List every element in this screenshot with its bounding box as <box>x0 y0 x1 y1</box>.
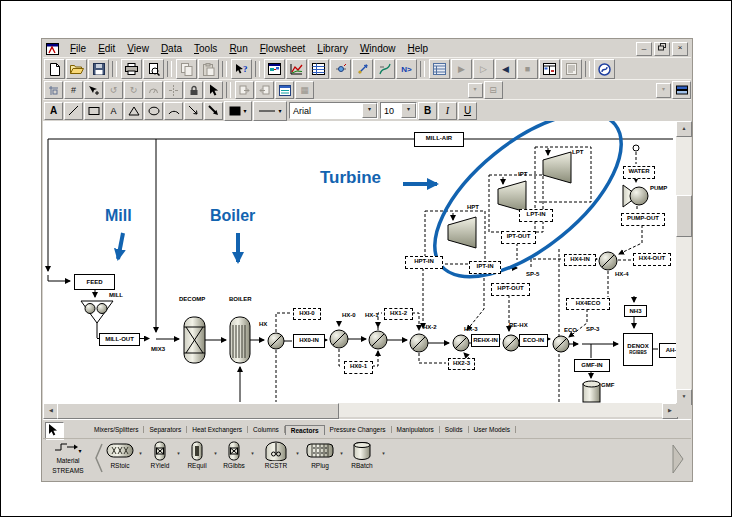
stream-label-rehx-in[interactable]: REHX-IN <box>471 334 500 347</box>
chevron-down-icon[interactable]: ▾ <box>362 103 377 118</box>
stream-label-pump-out[interactable]: PUMP-OUT <box>621 213 665 226</box>
stream-label-gmf-in[interactable]: GMF-IN <box>574 359 610 372</box>
stream-label-ah[interactable]: AH- <box>659 343 677 358</box>
arc-tool-icon[interactable] <box>164 102 183 120</box>
menu-edit[interactable]: Edit <box>92 42 121 55</box>
stream-label-hxi-0[interactable]: HXI-0 <box>293 308 321 320</box>
menu-run[interactable]: Run <box>223 42 253 55</box>
chevron-down-icon[interactable]: ▾ <box>293 449 302 458</box>
flowsheet-canvas[interactable]: MILL-AIR FEED MILL-OUT HX0-IN REHX-IN EC… <box>43 121 677 403</box>
tab-heat-exchangers[interactable]: Heat Exchangers <box>187 426 248 433</box>
stream-label-ipt-out[interactable]: IPT-OUT <box>501 231 536 244</box>
line-color-icon[interactable]: ▾ <box>224 101 252 121</box>
close-icon[interactable]: × <box>672 42 688 56</box>
ellipse-tool-icon[interactable] <box>144 102 163 120</box>
stream-label-hx4eco[interactable]: HX4ECO <box>566 298 610 310</box>
turbine-annotation-text[interactable]: Turbine <box>320 168 381 188</box>
new-icon[interactable] <box>44 59 65 79</box>
block-boiler[interactable] <box>230 317 250 363</box>
block-hpt-turbine[interactable] <box>448 217 476 248</box>
stream-label-mill-out[interactable]: MILL-OUT <box>99 333 140 346</box>
boiler-annotation-text[interactable]: Boiler <box>210 207 255 225</box>
mill-arrow-annotation[interactable] <box>118 233 123 259</box>
scroll-up-icon[interactable]: ▲ <box>676 121 692 137</box>
aspentech-logo-icon[interactable] <box>594 59 615 79</box>
block-ipt-turbine[interactable] <box>498 181 526 212</box>
tab-mixers-splitters[interactable]: Mixers/Splitters <box>89 426 144 433</box>
snap-icon[interactable] <box>84 81 103 99</box>
help-pointer-icon[interactable]: ? <box>231 59 252 79</box>
model-rplug[interactable]: RPlug <box>303 441 337 469</box>
menu-help[interactable]: Help <box>401 42 434 55</box>
rectangle-tool-icon[interactable] <box>84 102 103 120</box>
print-preview-icon[interactable] <box>143 59 164 79</box>
model-ryield[interactable]: RYield <box>147 441 173 469</box>
mill-annotation-text[interactable]: Mill <box>105 207 132 225</box>
block-pump[interactable] <box>623 185 648 207</box>
underline-button[interactable]: U <box>458 102 477 120</box>
menu-window[interactable]: Window <box>354 42 402 55</box>
stream-label-mill-air[interactable]: MILL-AIR <box>414 132 464 147</box>
lock-icon[interactable] <box>184 81 203 99</box>
block-re-hx[interactable] <box>503 335 519 351</box>
menu-library[interactable]: Library <box>311 42 354 55</box>
stream-label-hx2-3[interactable]: HX2-3 <box>448 358 475 370</box>
restore-icon[interactable] <box>654 42 670 56</box>
italic-button[interactable]: I <box>438 102 457 120</box>
menu-view[interactable]: View <box>121 42 155 55</box>
next-input-icon[interactable]: N> <box>396 59 417 79</box>
model-rgibbs[interactable]: RGibbs <box>221 441 247 469</box>
bold-button[interactable]: B <box>418 102 437 120</box>
sensitivity-icon[interactable] <box>352 59 373 79</box>
stream-label-water[interactable]: WATER <box>623 166 655 179</box>
block-denox[interactable]: DENOX RGIBBS <box>623 333 653 366</box>
tab-reactors[interactable]: Reactors <box>285 425 325 435</box>
block-mill[interactable] <box>81 301 113 323</box>
stream-label-hx4-in[interactable]: HX4-IN <box>564 254 596 266</box>
stream-label-lpt-in[interactable]: LPT-IN <box>519 209 553 222</box>
stream-label-hpt-out[interactable]: HPT-OUT <box>491 283 530 296</box>
control-panel-icon[interactable] <box>429 59 450 79</box>
line-tool-icon[interactable] <box>64 102 83 120</box>
check-results-icon[interactable] <box>539 59 560 79</box>
stream-label-ipt-in[interactable]: IPT-IN <box>469 261 501 274</box>
chevron-down-icon[interactable]: ▾ <box>136 449 145 458</box>
stream-analysis-icon[interactable] <box>330 59 351 79</box>
model-rstoic[interactable]: RStoic <box>104 441 136 469</box>
model-rcstr[interactable]: RCSTR <box>259 441 293 469</box>
minimize-icon[interactable]: _ <box>636 42 652 56</box>
polyline-tool-icon[interactable]: A <box>104 102 123 120</box>
tab-separators[interactable]: Separators <box>144 426 187 433</box>
block-hx-2[interactable] <box>410 334 428 352</box>
vertical-scrollbar[interactable]: ▲ ▼ <box>676 121 691 403</box>
menu-tools[interactable]: Tools <box>188 42 223 55</box>
stream-label-hx1-2[interactable]: HX1-2 <box>384 308 413 320</box>
thick-arrow-tool-icon[interactable] <box>204 102 223 120</box>
block-decomp[interactable] <box>184 317 205 363</box>
palette-scroll-left-icon[interactable] <box>95 442 103 474</box>
tab-user-models[interactable]: User Models <box>469 426 516 433</box>
chevron-down-icon[interactable]: ▾ <box>174 449 183 458</box>
block-gmf[interactable] <box>583 381 600 402</box>
stream-label-feed[interactable]: FEED <box>74 274 115 290</box>
menu-data[interactable]: Data <box>155 42 188 55</box>
page-bounds-icon[interactable] <box>44 81 63 99</box>
stream-label-hx4-out[interactable]: HX4-OUT <box>633 253 671 266</box>
grid-icon[interactable]: # <box>64 81 83 99</box>
line-style-icon[interactable]: ▾ <box>253 101 287 121</box>
font-combo[interactable]: Arial ▾ <box>289 102 378 119</box>
chevron-down-icon[interactable]: ▾ <box>248 449 257 458</box>
menu-file[interactable]: File <box>64 42 92 55</box>
stream-label-hpt-in[interactable]: HPT-IN <box>405 256 443 269</box>
tab-pressure-changers[interactable]: Pressure Changers <box>325 426 392 433</box>
tab-solids[interactable]: Solids <box>440 426 469 433</box>
block-hx-3[interactable] <box>453 335 469 351</box>
block-hx-4[interactable] <box>599 252 617 270</box>
select-pointer-icon[interactable] <box>204 81 223 99</box>
font-size-combo[interactable]: 10 ▾ <box>380 102 417 119</box>
block-hx[interactable] <box>268 333 284 349</box>
properties-icon[interactable] <box>374 59 395 79</box>
stream-label-hx0-in[interactable]: HX0-IN <box>293 334 325 348</box>
block-eco[interactable] <box>553 336 569 352</box>
reinit-icon[interactable]: ◀ <box>495 59 516 79</box>
